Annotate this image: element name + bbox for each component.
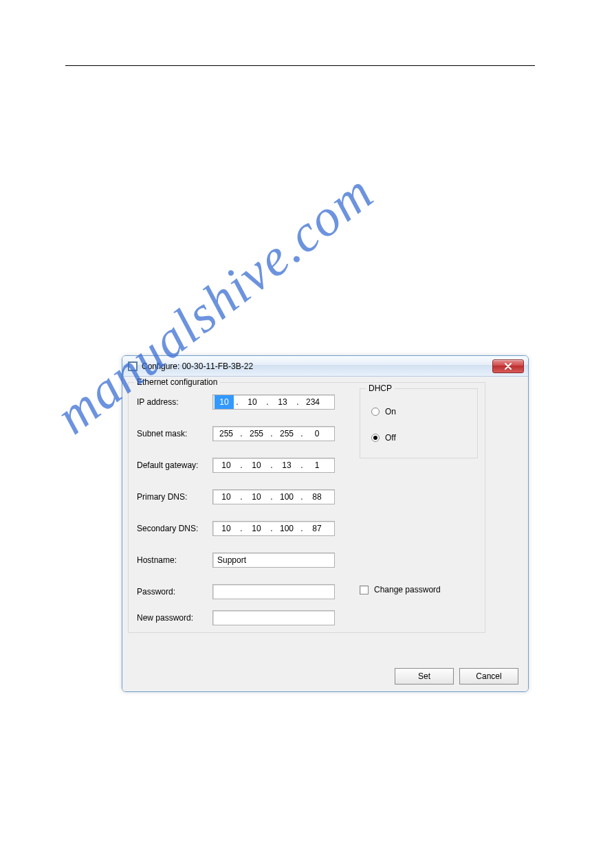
cancel-button[interactable]: Cancel — [459, 668, 518, 685]
sdns-octet-3[interactable]: 100 — [274, 522, 300, 535]
row-secondary-dns: Secondary DNS: 10 . 10 . 100 . 87 — [137, 520, 335, 537]
titlebar[interactable]: Configure: 00-30-11-FB-3B-22 — [122, 356, 528, 377]
password-input[interactable] — [212, 584, 335, 599]
sdns-octet-4[interactable]: 87 — [304, 522, 330, 535]
dhcp-off-label: Off — [385, 433, 396, 443]
row-subnet: Subnet mask: 255 . 255 . 255 . 0 — [137, 425, 335, 442]
row-ip: IP address: 10 . 10 . 13 . 234 — [137, 394, 335, 410]
subnet-label: Subnet mask: — [137, 429, 212, 438]
ip-label: IP address: — [137, 397, 212, 407]
primary-dns-label: Primary DNS: — [137, 492, 212, 502]
dhcp-legend: DHCP — [366, 383, 395, 393]
dialog-body: Ethernet configuration IP address: 10 . … — [122, 377, 528, 691]
row-hostname: Hostname: — [137, 552, 335, 568]
window-title: Configure: 00-30-11-FB-3B-22 — [142, 361, 492, 371]
set-button[interactable]: Set — [395, 668, 454, 685]
dhcp-off-radio[interactable]: Off — [371, 433, 396, 443]
ip-address-input[interactable]: 10 . 10 . 13 . 234 — [212, 394, 335, 410]
subnet-octet-1[interactable]: 255 — [213, 427, 239, 440]
configure-dialog: Configure: 00-30-11-FB-3B-22 Ethernet co… — [122, 355, 529, 692]
close-button[interactable] — [492, 359, 524, 373]
ip-octet-3[interactable]: 13 — [270, 396, 296, 408]
row-gateway: Default gateway: 10 . 10 . 13 . 1 — [137, 457, 335, 474]
subnet-octet-2[interactable]: 255 — [243, 427, 270, 440]
ip-octet-2[interactable]: 10 — [239, 396, 265, 408]
change-password-label: Change password — [374, 585, 441, 594]
new-password-label: New password: — [137, 613, 212, 623]
close-icon — [504, 363, 512, 370]
top-rule — [65, 65, 535, 66]
ip-octet-1[interactable]: 10 — [215, 395, 234, 409]
gw-octet-3[interactable]: 13 — [274, 459, 300, 471]
checkbox-icon — [360, 586, 369, 594]
hostname-input[interactable] — [212, 553, 335, 568]
row-primary-dns: Primary DNS: 10 . 10 . 100 . 88 — [137, 489, 335, 505]
button-row: Set Cancel — [395, 668, 518, 685]
pdns-octet-1[interactable]: 10 — [213, 491, 239, 503]
subnet-mask-input[interactable]: 255 . 255 . 255 . 0 — [212, 426, 335, 441]
subnet-octet-3[interactable]: 255 — [274, 427, 300, 440]
dhcp-on-radio[interactable]: On — [371, 407, 396, 416]
gateway-input[interactable]: 10 . 10 . 13 . 1 — [212, 458, 335, 473]
radio-icon — [371, 408, 380, 416]
change-password-checkbox[interactable]: Change password — [360, 585, 441, 594]
gw-octet-2[interactable]: 10 — [243, 459, 270, 471]
primary-dns-input[interactable]: 10 . 10 . 100 . 88 — [212, 489, 335, 504]
pdns-octet-4[interactable]: 88 — [304, 491, 330, 503]
sdns-octet-1[interactable]: 10 — [213, 522, 239, 535]
dhcp-fieldset: DHCP On Off — [360, 388, 478, 458]
secondary-dns-input[interactable]: 10 . 10 . 100 . 87 — [212, 521, 335, 536]
secondary-dns-label: Secondary DNS: — [137, 524, 212, 533]
hostname-label: Hostname: — [137, 555, 212, 565]
new-password-input[interactable] — [212, 610, 335, 625]
gw-octet-1[interactable]: 10 — [213, 459, 239, 471]
pdns-octet-3[interactable]: 100 — [274, 491, 300, 503]
ip-octet-4[interactable]: 234 — [300, 396, 326, 408]
row-new-password: New password: — [137, 610, 335, 626]
ethernet-legend: Ethernet configuration — [134, 377, 220, 387]
password-label: Password: — [137, 587, 212, 597]
ethernet-fieldset: Ethernet configuration IP address: 10 . … — [128, 382, 485, 633]
gateway-label: Default gateway: — [137, 460, 212, 470]
sdns-octet-2[interactable]: 10 — [243, 522, 270, 535]
app-icon — [128, 361, 138, 371]
row-password: Password: — [137, 583, 335, 600]
dhcp-on-label: On — [385, 407, 396, 416]
gw-octet-4[interactable]: 1 — [304, 459, 330, 471]
pdns-octet-2[interactable]: 10 — [243, 491, 270, 503]
subnet-octet-4[interactable]: 0 — [304, 427, 330, 440]
radio-icon — [371, 434, 380, 442]
